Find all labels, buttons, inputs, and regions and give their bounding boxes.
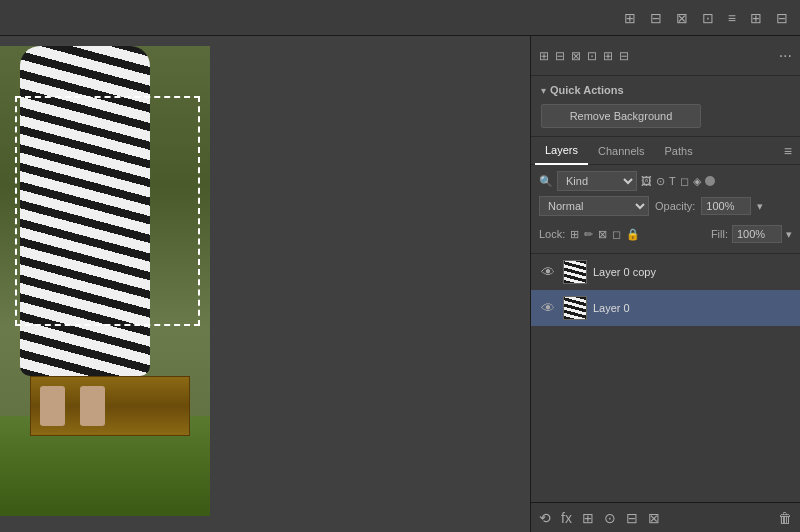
layers-panel: Layers Channels Paths ≡ 🔍 Kind 🖼 ⊙ [531,137,800,502]
tab-paths[interactable]: Paths [655,138,703,164]
quick-actions-title: Quick Actions [550,84,624,96]
panel-icon-align6[interactable]: ⊟ [619,49,629,63]
adjustment-icon[interactable]: ⊙ [604,510,616,526]
panel-icon-align5[interactable]: ⊞ [603,49,613,63]
layers-list: 👁 Layer 0 copy 👁 Layer 0 [531,254,800,502]
toolbar-icon-2[interactable]: ⊟ [646,8,666,28]
filter-icon-smart[interactable]: ◈ [693,175,701,188]
foot-right [80,386,105,426]
fill-arrow-icon[interactable]: ▾ [786,228,792,241]
search-icon: 🔍 [539,175,553,188]
canvas-area [0,36,530,532]
opacity-label: Opacity: [655,200,695,212]
blend-opacity-row: Normal Opacity: ▾ [539,196,792,216]
filter-active-indicator [705,176,715,186]
filter-icon-shape[interactable]: ◻ [680,175,689,188]
quick-actions-chevron: ▾ [541,85,546,96]
tab-channels[interactable]: Channels [588,138,654,164]
delete-layer-icon[interactable]: 🗑 [778,510,792,526]
feet-area [40,386,105,426]
quick-actions-section: ▾ Quick Actions Remove Background [531,76,800,137]
lock-icon-all[interactable]: 🔒 [626,228,640,241]
tab-layers[interactable]: Layers [535,137,588,165]
filter-icon-image[interactable]: 🖼 [641,175,652,187]
lock-icon-position[interactable]: ⊠ [598,228,607,241]
layer-visibility-base[interactable]: 👁 [539,300,557,316]
layer-item-copy[interactable]: 👁 Layer 0 copy [531,254,800,290]
toolbar-icon-7[interactable]: ⊟ [772,8,792,28]
toolbar-icon-1[interactable]: ⊞ [620,8,640,28]
toolbar-icons: ⊞ ⊟ ⊠ ⊡ ≡ ⊞ ⊟ [620,8,792,28]
toolbar-icon-4[interactable]: ⊡ [698,8,718,28]
zebra-body [20,46,150,376]
layers-bottom-bar: ⟲ fx ⊞ ⊙ ⊟ ⊠ 🗑 [531,502,800,532]
main-area: ⊞ ⊟ ⊠ ⊡ ⊞ ⊟ ··· ▾ Quick Actions Remove B… [0,36,800,532]
opacity-arrow-icon[interactable]: ▾ [757,200,763,213]
fill-label: Fill: [711,228,728,240]
layer-thumbnail-copy [563,260,587,284]
quick-actions-header[interactable]: ▾ Quick Actions [541,84,790,96]
layer-item-base[interactable]: 👁 Layer 0 [531,290,800,326]
fx-icon[interactable]: fx [561,510,572,526]
lock-icon-transparent[interactable]: ⊞ [570,228,579,241]
panel-icon-align1[interactable]: ⊞ [539,49,549,63]
canvas-background [0,46,210,516]
panel-top-icons: ⊞ ⊟ ⊠ ⊡ ⊞ ⊟ ··· [531,36,800,76]
right-panel: ⊞ ⊟ ⊠ ⊡ ⊞ ⊟ ··· ▾ Quick Actions Remove B… [530,36,800,532]
filter-icon-adjustment[interactable]: ⊙ [656,175,665,188]
layers-tabs: Layers Channels Paths ≡ [531,137,800,165]
canvas-image-container [0,46,210,516]
top-toolbar: ⊞ ⊟ ⊠ ⊡ ≡ ⊞ ⊟ [0,0,800,36]
filter-icon-type[interactable]: T [669,175,676,187]
toolbar-icon-5[interactable]: ≡ [724,8,740,28]
lock-fill-row: Lock: ⊞ ✏ ⊠ ◻ 🔒 Fill: ▾ [539,221,792,247]
layer-visibility-copy[interactable]: 👁 [539,264,557,280]
kind-select[interactable]: Kind [557,171,637,191]
panel-icon-align2[interactable]: ⊟ [555,49,565,63]
panel-icon-align4[interactable]: ⊡ [587,49,597,63]
canvas-image [0,46,210,516]
toolbar-icon-6[interactable]: ⊞ [746,8,766,28]
toolbar-icon-3[interactable]: ⊠ [672,8,692,28]
panel-more-icon[interactable]: ··· [779,47,792,65]
layer-name-copy: Layer 0 copy [593,266,792,278]
lock-icon-pixels[interactable]: ✏ [584,228,593,241]
blend-mode-select[interactable]: Normal [539,196,649,216]
folder-icon[interactable]: ⊟ [626,510,638,526]
foot-left [40,386,65,426]
link-icon[interactable]: ⟲ [539,510,551,526]
filter-icons: 🖼 ⊙ T ◻ ◈ [641,175,715,188]
panel-icons-row: ⊞ ⊟ ⊠ ⊡ ⊞ ⊟ [539,49,629,63]
new-layer-icon[interactable]: ⊠ [648,510,660,526]
panel-icon-align3[interactable]: ⊠ [571,49,581,63]
lock-label: Lock: [539,228,565,240]
layer-name-base: Layer 0 [593,302,792,314]
opacity-input[interactable] [701,197,751,215]
layers-controls: 🔍 Kind 🖼 ⊙ T ◻ ◈ N [531,165,800,254]
fill-input[interactable] [732,225,782,243]
remove-background-button[interactable]: Remove Background [541,104,701,128]
kind-row: 🔍 Kind 🖼 ⊙ T ◻ ◈ [539,171,792,191]
layers-menu-icon[interactable]: ≡ [780,139,796,163]
add-mask-icon[interactable]: ⊞ [582,510,594,526]
layer-thumbnail-base [563,296,587,320]
lock-icon-artboard[interactable]: ◻ [612,228,621,241]
